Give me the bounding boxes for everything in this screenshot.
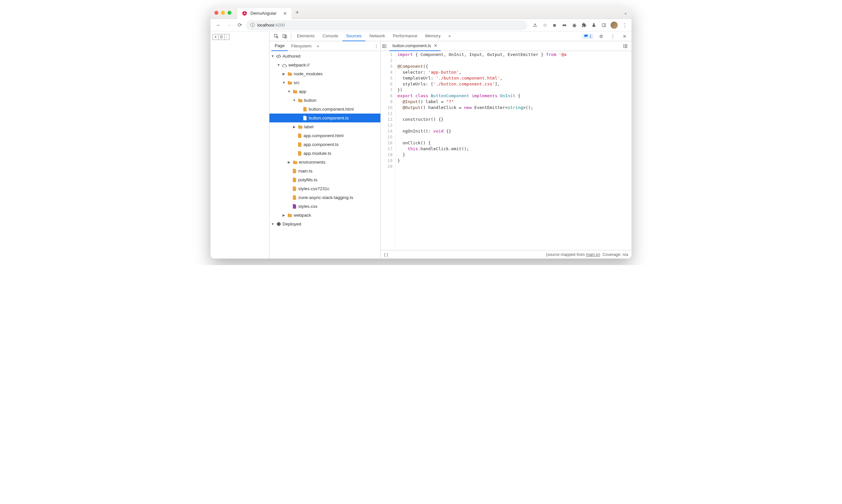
tree-zone[interactable]: zone-async-stack-tagging.ts [269, 193, 380, 202]
nav-tabs-overflow-icon[interactable]: » [317, 43, 319, 49]
settings-icon[interactable]: ⚙ [597, 34, 605, 39]
tree-button-ts[interactable]: button.component.ts [269, 113, 380, 122]
tree-authored[interactable]: ▼Authored [269, 52, 380, 60]
close-window[interactable] [214, 11, 218, 15]
folder-icon [292, 160, 298, 165]
titlebar: DemoAngular ✕ + ⌄ [211, 6, 631, 19]
code-area[interactable]: 1234567891011121314151617181920 import {… [381, 51, 631, 250]
side-panel-icon[interactable] [601, 22, 607, 28]
folder-icon [298, 124, 303, 130]
file-icon [297, 142, 302, 147]
tab-memory[interactable]: Memory [422, 32, 444, 41]
extension-incognito-icon[interactable] [561, 22, 567, 28]
toolbar-icons: ☆ ☻ ◉ ⋮ [530, 22, 628, 29]
counter-minus[interactable]: - [225, 34, 229, 40]
folder-icon [287, 213, 292, 218]
tabs-dropdown-icon[interactable]: ⌄ [624, 10, 628, 15]
tab-elements[interactable]: Elements [293, 32, 318, 41]
extension-compass-icon[interactable]: ◉ [571, 22, 577, 28]
folder-icon [287, 71, 292, 76]
tree-node-modules[interactable]: ▶node_modules [269, 69, 380, 78]
pretty-print-icon[interactable]: { } [384, 252, 388, 257]
profile-avatar[interactable] [611, 22, 618, 29]
file-icon [292, 168, 297, 174]
devtools-close-icon[interactable]: ✕ [620, 34, 629, 39]
device-toolbar-icon[interactable] [281, 34, 289, 39]
tree-webpack[interactable]: ▼webpack:// [269, 60, 380, 69]
browser-window: DemoAngular ✕ + ⌄ ← → ⟳ ⓘ localhost:4200… [211, 6, 631, 258]
browser-menu-icon[interactable]: ⋮ [622, 22, 628, 28]
url-text: localhost:4200 [257, 22, 285, 28]
issues-badge[interactable]: 1 [582, 34, 593, 39]
back-button[interactable]: ← [214, 21, 223, 30]
reload-button[interactable]: ⟳ [235, 21, 244, 30]
toggle-navigator-icon[interactable] [382, 44, 389, 49]
file-icon [302, 107, 307, 112]
counter-value: 0 [219, 34, 225, 40]
tree-button-folder[interactable]: ▼button [269, 96, 380, 105]
tree-app-module[interactable]: app.module.ts [269, 149, 380, 158]
tree-deployed[interactable]: ▼Deployed [269, 220, 380, 229]
minimize-window[interactable] [221, 11, 225, 15]
file-icon [292, 186, 297, 192]
code-editor: button.component.ts ✕ 123456789101112131… [381, 41, 631, 258]
tree-label-folder[interactable]: ▶label [269, 122, 380, 131]
tab-sources[interactable]: Sources [342, 32, 365, 41]
inspect-element-icon[interactable] [272, 34, 281, 39]
tree-app[interactable]: ▼app [269, 87, 380, 96]
editor-status-bar: { } (source mapped from main.js) Coverag… [381, 250, 631, 258]
editor-tab-label: button.component.ts [393, 43, 431, 48]
editor-tab-close-icon[interactable]: ✕ [434, 43, 437, 48]
counter-plus[interactable]: + [213, 34, 219, 40]
nav-tab-filesystem[interactable]: Filesystem [288, 41, 315, 51]
new-tab-button[interactable]: + [295, 9, 299, 16]
editor-tab-button-ts[interactable]: button.component.ts ✕ [389, 41, 441, 51]
tree-app-ts[interactable]: app.component.ts [269, 140, 380, 149]
devtools: Elements Console Sources Network Perform… [269, 32, 631, 258]
source-mapped-label: (source mapped from main.js) [546, 252, 600, 257]
extension-flask-icon[interactable] [591, 22, 597, 28]
file-icon [292, 204, 297, 209]
code-icon [276, 54, 281, 59]
tree-main-ts[interactable]: main.ts [269, 166, 380, 176]
cloud-icon [282, 62, 287, 68]
body: + 0 - Elements Console Sources Network P… [211, 32, 631, 258]
site-info-icon[interactable]: ⓘ [250, 22, 255, 28]
devtools-menu-icon[interactable]: ⋮ [609, 34, 617, 39]
extensions-icon[interactable] [581, 22, 587, 28]
line-numbers: 1234567891011121314151617181920 [381, 51, 395, 250]
file-icon [292, 195, 297, 200]
tab-performance[interactable]: Performance [389, 32, 421, 41]
tab-console[interactable]: Console [319, 32, 342, 41]
toggle-debugger-icon[interactable] [623, 44, 630, 49]
bookmark-icon[interactable]: ☆ [542, 22, 548, 28]
share-icon[interactable] [532, 22, 538, 28]
tree-button-html[interactable]: button.component.html [269, 105, 380, 113]
page-content: + 0 - [211, 32, 269, 258]
tree-styles-css[interactable]: styles.css [269, 202, 380, 211]
tree-src[interactable]: ▼src [269, 78, 380, 87]
svg-rect-0 [562, 25, 566, 26]
folder-icon [292, 89, 298, 94]
maximize-window[interactable] [228, 11, 231, 15]
tree-app-html[interactable]: app.component.html [269, 131, 380, 140]
deployed-icon [276, 221, 281, 227]
nav-menu-icon[interactable]: ⋮ [374, 43, 378, 49]
tree-environments[interactable]: ▶environments [269, 158, 380, 166]
counter-widget: + 0 - [213, 34, 230, 40]
tab-close-icon[interactable]: ✕ [283, 11, 287, 16]
source-map-link[interactable]: main.js [586, 252, 599, 257]
forward-button[interactable]: → [225, 21, 233, 30]
browser-tab[interactable]: DemoAngular ✕ [237, 8, 292, 19]
nav-tab-page[interactable]: Page [271, 41, 288, 51]
tree-polyfills[interactable]: polyfills.ts [269, 176, 380, 184]
tabs-overflow-icon[interactable]: » [445, 32, 454, 41]
extension-mask-icon[interactable]: ☻ [552, 22, 557, 28]
tab-network[interactable]: Network [366, 32, 389, 41]
svg-rect-4 [283, 34, 286, 37]
tree-styles-hash[interactable]: styles.css?231c [269, 184, 380, 193]
sources-panel: Page Filesystem » ⋮ ▼Authored ▼webpack:/… [269, 41, 631, 258]
tree-webpack-folder[interactable]: ▶webpack [269, 211, 380, 220]
address-bar[interactable]: ⓘ localhost:4200 [246, 20, 527, 30]
navigator-tabs: Page Filesystem » ⋮ [269, 41, 380, 51]
